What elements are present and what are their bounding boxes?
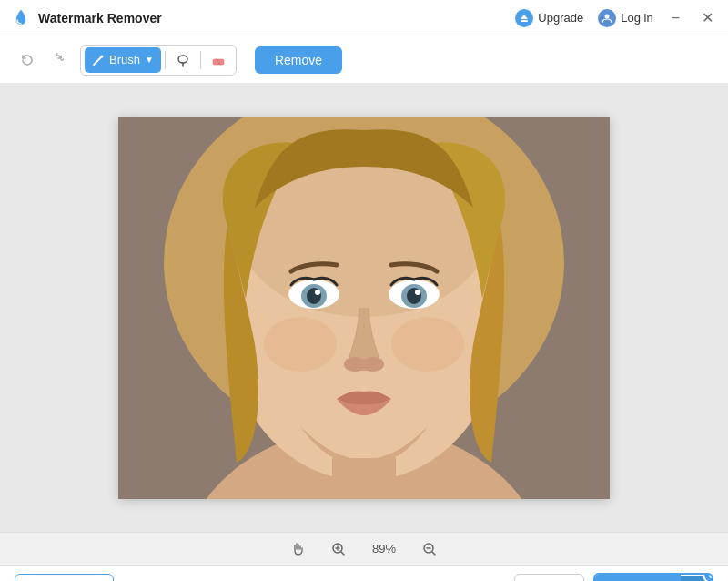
login-button[interactable]: Log in xyxy=(598,9,652,27)
undo-button[interactable] xyxy=(15,47,40,73)
zoom-level: 89% xyxy=(366,542,402,556)
titlebar-left: Watermark Remover xyxy=(11,8,162,28)
brush-button[interactable]: Brush ▼ xyxy=(85,47,161,73)
svg-point-13 xyxy=(315,290,320,295)
canvas-area[interactable] xyxy=(0,84,728,532)
new-image-button[interactable]: New Image xyxy=(15,574,114,582)
app-logo-icon xyxy=(11,8,31,28)
svg-point-1 xyxy=(605,14,610,18)
hand-tool-button[interactable] xyxy=(286,536,311,562)
upgrade-button[interactable]: Upgrade xyxy=(515,9,583,27)
svg-point-3 xyxy=(178,56,187,63)
title-bar: Watermark Remover Upgrade Log in − ✕ xyxy=(0,0,728,36)
svg-point-20 xyxy=(264,317,337,372)
zoom-in-button[interactable] xyxy=(326,536,351,562)
bottom-bar: New Image Crop 5 Download xyxy=(0,565,728,581)
undo-redo-group xyxy=(15,47,69,73)
download-badge: 5 xyxy=(703,573,713,582)
remove-button[interactable]: Remove xyxy=(255,46,342,74)
status-bar: 89% xyxy=(0,532,728,565)
download-group: 5 Download xyxy=(593,573,713,582)
tool-divider2 xyxy=(200,51,201,69)
zoom-out-button[interactable] xyxy=(417,536,442,562)
app-title: Watermark Remover xyxy=(38,11,162,25)
lasso-tool-button[interactable] xyxy=(169,47,197,73)
crop-button[interactable]: Crop xyxy=(514,574,583,582)
close-button[interactable]: ✕ xyxy=(698,7,717,28)
svg-point-17 xyxy=(415,290,420,295)
toolbar: Brush ▼ Remove xyxy=(0,36,728,84)
bottom-right-actions: Crop 5 Download xyxy=(514,573,713,582)
tool-divider xyxy=(165,51,166,69)
redo-button[interactable] xyxy=(44,47,69,73)
svg-point-2 xyxy=(101,55,104,57)
svg-point-19 xyxy=(362,357,384,372)
brush-tool-group: Brush ▼ xyxy=(80,45,237,76)
user-icon xyxy=(598,9,616,27)
svg-point-21 xyxy=(391,317,464,372)
svg-rect-22 xyxy=(332,458,396,499)
eraser-tool-button[interactable] xyxy=(205,47,232,73)
svg-rect-0 xyxy=(521,20,528,22)
minimize-button[interactable]: − xyxy=(668,8,683,28)
titlebar-right: Upgrade Log in − ✕ xyxy=(515,7,717,28)
brush-chevron-icon: ▼ xyxy=(145,55,154,65)
portrait-image xyxy=(118,117,610,499)
download-button[interactable]: Download xyxy=(595,575,681,582)
upgrade-icon xyxy=(515,9,533,27)
image-container xyxy=(118,117,610,499)
